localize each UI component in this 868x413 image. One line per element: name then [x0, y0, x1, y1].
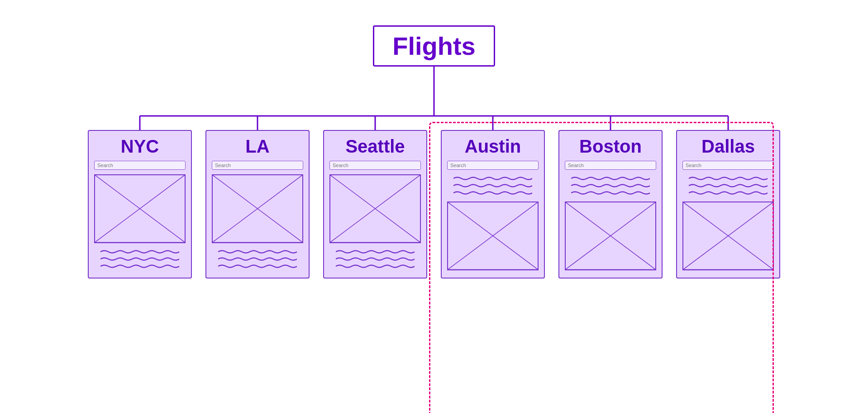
wavy-lines-dallas-top [682, 174, 774, 197]
image-placeholder-austin [447, 202, 539, 270]
image-placeholder-boston [565, 202, 656, 270]
city-card-nyc: NYC [88, 130, 192, 279]
wavy-lines-nyc [94, 248, 186, 270]
image-placeholder-la [212, 174, 303, 243]
city-card-la: LA [205, 130, 310, 279]
children-row: NYC LA [88, 130, 780, 279]
image-placeholder-seattle [329, 174, 421, 243]
wavy-lines-boston-top [565, 174, 656, 197]
root-label: Flights [392, 32, 476, 60]
image-placeholder-dallas [682, 202, 774, 270]
search-input-seattle[interactable] [329, 161, 421, 170]
search-input-boston[interactable] [565, 161, 656, 170]
search-input-dallas[interactable] [682, 161, 774, 170]
root-node: Flights [373, 25, 495, 67]
city-card-boston: Boston [558, 130, 663, 279]
search-input-la[interactable] [212, 161, 303, 170]
city-card-austin: Austin [441, 130, 545, 279]
city-card-seattle: Seattle [323, 130, 427, 279]
search-input-nyc[interactable] [94, 161, 186, 170]
wavy-lines-la [212, 248, 303, 270]
search-input-austin[interactable] [447, 161, 539, 170]
city-name-seattle: Seattle [345, 136, 405, 156]
wavy-lines-austin-top [447, 174, 539, 197]
wavy-lines-seattle [329, 248, 421, 270]
city-name-la: LA [245, 136, 269, 156]
city-name-dallas: Dallas [701, 136, 755, 156]
image-placeholder-nyc [94, 174, 186, 243]
city-name-boston: Boston [579, 136, 642, 156]
city-card-dallas: Dallas [676, 130, 780, 279]
city-name-nyc: NYC [121, 136, 159, 156]
diagram: Flights NYC [27, 12, 841, 401]
city-name-austin: Austin [465, 136, 521, 156]
